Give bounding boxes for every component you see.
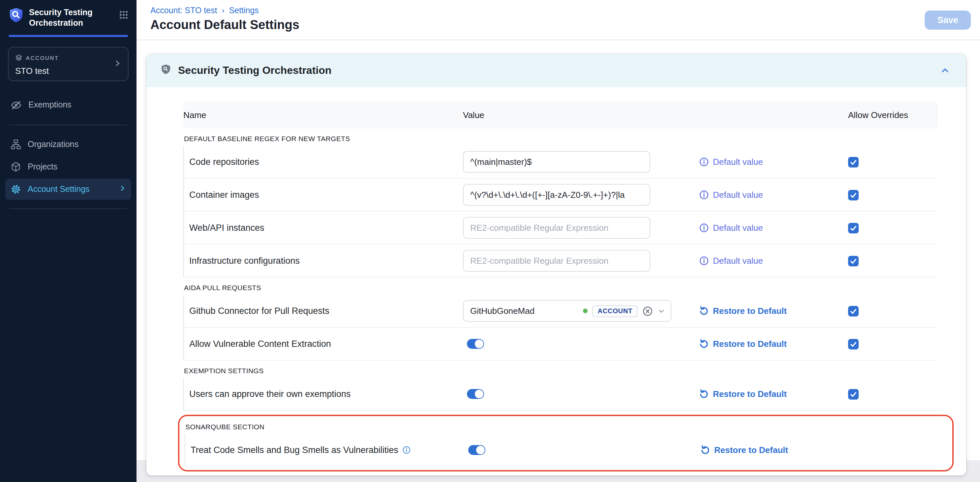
sidebar-item-account-settings[interactable]: Account Settings <box>5 178 131 199</box>
group-rows: Github Connector for Pull Requests GitHu… <box>183 295 938 361</box>
group-label: AIDA PULL REQUESTS <box>183 278 938 295</box>
connector-dropdown-chevron[interactable] <box>657 307 665 315</box>
eye-off-icon <box>11 99 22 110</box>
sidebar-divider <box>9 208 127 209</box>
app-switcher-grid-icon[interactable] <box>119 10 129 22</box>
action-label: Restore to Default <box>713 389 787 399</box>
restore-icon <box>700 445 710 455</box>
sidebar: Security Testing Orchestration ACCOUNT S… <box>0 0 137 482</box>
toggle-switch[interactable] <box>467 339 484 349</box>
restore-to-default-link[interactable]: Restore to Default <box>700 445 788 455</box>
clear-connector-button[interactable] <box>642 305 653 316</box>
breadcrumb-separator-icon: › <box>221 6 224 15</box>
action-label: Default value <box>713 190 763 200</box>
sidebar-item-exemptions[interactable]: Exemptions <box>5 94 131 116</box>
app-title: Security Testing Orchestration <box>29 7 100 29</box>
group-rows: Treat Code Smells and Bug Smells as Vuln… <box>185 434 937 467</box>
restore-icon <box>699 389 709 399</box>
chevron-right-icon <box>119 184 126 194</box>
table-row: Infrastructure configurations Default va… <box>184 245 938 278</box>
cube-icon <box>11 161 21 172</box>
restore-to-default-link[interactable]: Restore to Default <box>699 306 787 316</box>
setting-name: Container images <box>189 190 259 200</box>
setting-name: Infrastructure configurations <box>189 256 300 266</box>
action-label: Restore to Default <box>713 339 787 349</box>
breadcrumb-settings-link[interactable]: Settings <box>229 6 259 15</box>
allow-overrides-checkbox[interactable] <box>848 157 859 167</box>
sidebar-item-label: Organizations <box>28 140 78 149</box>
value-input[interactable] <box>463 151 650 173</box>
chevron-up-icon[interactable] <box>940 66 950 75</box>
info-icon <box>402 446 411 454</box>
restore-icon <box>699 306 709 316</box>
column-header-value: Value <box>463 110 699 120</box>
check-icon <box>850 340 858 348</box>
clear-connector-icon[interactable] <box>642 305 653 316</box>
action-label: Default value <box>713 223 763 233</box>
group-label: EXEMPTION SETTINGS <box>183 361 938 378</box>
column-header-allow-overrides: Allow Overrides <box>848 110 938 120</box>
breadcrumb: Account: STO test › Settings <box>150 6 980 15</box>
allow-overrides-checkbox[interactable] <box>848 223 859 233</box>
chevron-right-icon <box>113 58 121 70</box>
action-label: Default value <box>713 157 763 167</box>
default-value-link[interactable]: Default value <box>699 157 763 167</box>
check-icon <box>850 191 858 199</box>
info-icon <box>699 190 709 200</box>
content: Security Testing Orchestration Name Valu… <box>137 40 980 476</box>
value-input[interactable] <box>463 184 650 206</box>
check-icon <box>850 224 858 232</box>
column-header-name: Name <box>183 110 463 120</box>
panel-header: Security Testing Orchestration <box>146 54 966 87</box>
allow-overrides-checkbox[interactable] <box>848 189 859 200</box>
settings-table: Name Value Allow Overrides DEFAULT BASEL… <box>146 87 966 476</box>
brand: Security Testing Orchestration <box>0 0 137 29</box>
allow-overrides-checkbox[interactable] <box>848 256 859 266</box>
sidebar-item-label: Exemptions <box>29 100 72 110</box>
chevron-down-icon[interactable] <box>657 307 665 315</box>
setting-name: Code repositories <box>189 157 259 167</box>
restore-icon <box>699 339 709 349</box>
account-name: STO test <box>15 65 59 75</box>
restore-to-default-link[interactable]: Restore to Default <box>699 389 787 399</box>
check-icon <box>850 390 858 398</box>
save-button[interactable]: Save <box>925 11 971 30</box>
page-title: Account Default Settings <box>150 18 980 32</box>
group-rows: Code repositories Default value Containe… <box>183 146 938 278</box>
settings-panel: Security Testing Orchestration Name Valu… <box>146 54 966 476</box>
panel-title: Security Testing Orchestration <box>178 65 331 76</box>
action-label: Restore to Default <box>714 445 788 455</box>
group-rows: Users can approve their own exemptions R… <box>183 378 938 411</box>
brand-underline <box>9 35 128 37</box>
value-input[interactable] <box>463 217 650 239</box>
allow-overrides-checkbox[interactable] <box>848 305 859 316</box>
org-chart-icon <box>11 139 21 150</box>
table-header-row: Name Value Allow Overrides <box>183 102 938 129</box>
breadcrumb-account-link[interactable]: Account: STO test <box>150 6 217 15</box>
sidebar-item-organizations[interactable]: Organizations <box>5 134 131 154</box>
account-scope-card[interactable]: ACCOUNT STO test <box>8 46 129 81</box>
table-row: Container images Default value <box>184 179 938 212</box>
value-input[interactable] <box>463 250 650 272</box>
restore-to-default-link[interactable]: Restore to Default <box>699 339 787 349</box>
allow-overrides-checkbox[interactable] <box>848 389 859 399</box>
default-value-link[interactable]: Default value <box>699 256 763 266</box>
allow-overrides-checkbox[interactable] <box>848 339 859 349</box>
toggle-switch[interactable] <box>467 389 484 399</box>
table-row: Users can approve their own exemptions R… <box>184 378 938 411</box>
default-value-link[interactable]: Default value <box>699 223 763 233</box>
connector-select[interactable]: GitHubGoneMadACCOUNT <box>463 300 671 322</box>
setting-name: Users can approve their own exemptions <box>189 389 350 399</box>
annotation-highlight: SONARQUBE SECTION Treat Code Smells and … <box>178 415 954 471</box>
page-header: Account: STO test › Settings Account Def… <box>137 0 980 40</box>
action-label: Default value <box>713 256 763 266</box>
sidebar-divider <box>9 124 127 125</box>
info-icon <box>699 223 709 233</box>
setting-name: Allow Vulnerable Content Extraction <box>189 339 331 349</box>
default-value-link[interactable]: Default value <box>699 190 763 200</box>
connector-status-dot <box>583 309 588 313</box>
toggle-switch[interactable] <box>468 445 485 455</box>
sidebar-item-label: Projects <box>28 162 57 171</box>
sidebar-item-projects[interactable]: Projects <box>5 156 131 177</box>
sidebar-menu: Exemptions Organizations Projects Accoun <box>0 93 137 217</box>
